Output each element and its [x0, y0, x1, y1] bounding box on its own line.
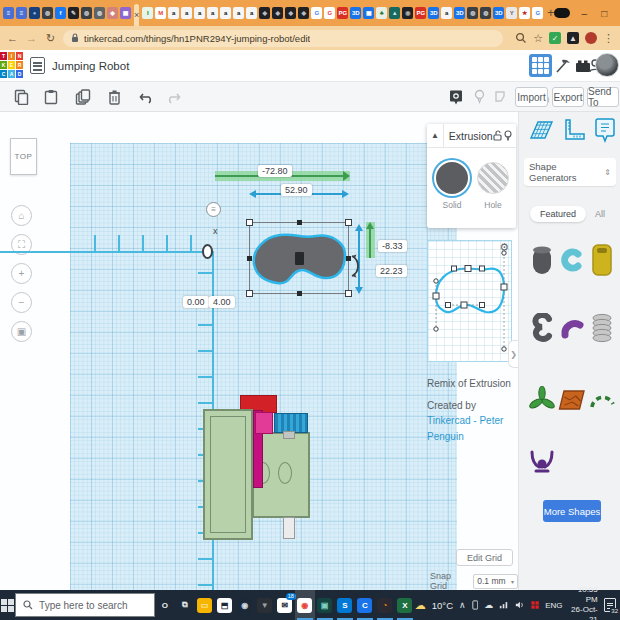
- browser-tab[interactable]: ◉: [402, 7, 413, 19]
- remix-author-link[interactable]: Tinkercad - Peter Penguin: [427, 415, 503, 442]
- browser-tab[interactable]: 3D: [350, 7, 361, 19]
- edit-grid-button[interactable]: Edit Grid: [456, 549, 513, 566]
- browser-tab[interactable]: PG: [337, 7, 348, 19]
- browser-tab[interactable]: ▦: [363, 7, 374, 19]
- dimension-value-h-green[interactable]: -72.80: [258, 165, 292, 177]
- browser-tab[interactable]: a: [233, 7, 244, 19]
- extension-dark-icon[interactable]: ▲: [567, 32, 579, 44]
- selected-shape-bounds[interactable]: [249, 222, 349, 294]
- speaker-icon[interactable]: [515, 600, 525, 610]
- curve-editor-graph[interactable]: [428, 241, 511, 361]
- shape-spring-stack[interactable]: [587, 308, 617, 348]
- phone-icon[interactable]: [472, 599, 479, 611]
- dimension-value-v-green[interactable]: -8.33: [378, 240, 407, 252]
- redo-icon[interactable]: [164, 88, 182, 106]
- tab-close-icon[interactable]: ×: [134, 10, 139, 20]
- browser-tab[interactable]: a: [220, 7, 231, 19]
- browser-tab[interactable]: G: [324, 7, 335, 19]
- robot-knob-pink[interactable]: [255, 412, 273, 434]
- clock[interactable]: 10:55 PM 26-Oct-21: [569, 585, 598, 620]
- browser-tab[interactable]: ▲: [389, 7, 400, 19]
- browser-tab[interactable]: G: [532, 7, 543, 19]
- taskbar-app-icon[interactable]: ▭: [195, 590, 215, 620]
- scale-handle-corner[interactable]: [246, 290, 253, 297]
- network-icon[interactable]: [499, 600, 509, 610]
- shape-voronoi-figure[interactable]: [527, 442, 557, 482]
- bookmark-star-icon[interactable]: ☆: [533, 32, 543, 45]
- view-cube[interactable]: TOP: [10, 138, 37, 175]
- workplane-tool-icon[interactable]: [526, 115, 556, 145]
- design-canvas[interactable]: TOP ⌂ ⛶ + − ▣ ≡ x 0.00 4.00 -72.80 52.90…: [0, 112, 518, 590]
- shape-c-tube[interactable]: [557, 240, 587, 280]
- start-button[interactable]: [0, 590, 15, 620]
- media-control-icon[interactable]: [554, 8, 570, 18]
- shape-extrusion-cylinder[interactable]: [527, 240, 557, 280]
- hide-bulb-icon[interactable]: [504, 130, 516, 142]
- browser-tab[interactable]: ≡: [16, 7, 27, 19]
- taskbar-app-icon[interactable]: ◉: [235, 590, 255, 620]
- show-all-bulb-icon[interactable]: [470, 88, 488, 106]
- browser-tab[interactable]: Y: [506, 7, 517, 19]
- scale-handle-edge[interactable]: [247, 256, 252, 261]
- shape-curved-tube[interactable]: [557, 308, 587, 348]
- browser-tab[interactable]: ●: [29, 7, 40, 19]
- notes-pin-icon[interactable]: [447, 88, 465, 106]
- hidden-icons-chevron[interactable]: ∧: [459, 600, 466, 610]
- browser-tab[interactable]: ◍: [467, 7, 478, 19]
- taskbar-app-icon[interactable]: ◉: [295, 590, 315, 620]
- temperature[interactable]: 10°C: [432, 600, 453, 611]
- reload-icon[interactable]: ↻: [44, 32, 57, 45]
- browser-tab[interactable]: 3D: [493, 7, 504, 19]
- copy-icon[interactable]: [12, 88, 30, 106]
- browser-tab[interactable]: ◆: [107, 7, 118, 19]
- shape-category-dropdown[interactable]: Shape Generators ⇕: [524, 158, 616, 186]
- curve-settings-gear-icon[interactable]: ⚙: [499, 241, 509, 254]
- curve-editor-panel[interactable]: ⚙: [427, 240, 512, 362]
- perspective-toggle-button[interactable]: ▣: [11, 321, 32, 342]
- taskbar-app-icon[interactable]: ⬒: [215, 590, 235, 620]
- browser-tab[interactable]: ★: [519, 7, 530, 19]
- browser-tab[interactable]: a: [194, 7, 205, 19]
- dimension-value-v-blue[interactable]: 22.23: [376, 265, 407, 277]
- new-tab-button[interactable]: +: [547, 5, 554, 21]
- snap-grid-dropdown[interactable]: 0.1 mm▾: [473, 574, 518, 589]
- browser-tab[interactable]: PG: [415, 7, 426, 19]
- hole-swatch[interactable]: [477, 162, 509, 194]
- taskbar-app-icon[interactable]: ▼: [255, 590, 275, 620]
- language-indicator[interactable]: ENG: [545, 601, 562, 610]
- robot-connector[interactable]: [283, 431, 295, 439]
- teamviewer-icon[interactable]: [531, 600, 539, 610]
- sidebar-collapse-handle[interactable]: ❯: [508, 340, 518, 368]
- robot-peg-white[interactable]: [283, 517, 295, 539]
- duplicate-icon[interactable]: [74, 88, 92, 106]
- tab-featured[interactable]: Featured: [530, 206, 586, 222]
- undo-icon[interactable]: [138, 88, 156, 106]
- taskbar-app-icon[interactable]: S: [335, 590, 355, 620]
- blocks-pickaxe-icon[interactable]: [552, 54, 574, 77]
- home-view-button[interactable]: ⌂: [11, 205, 32, 226]
- browser-tab[interactable]: a: [181, 7, 192, 19]
- solid-swatch[interactable]: [436, 162, 468, 194]
- browser-tab[interactable]: ≡: [3, 7, 14, 19]
- scale-handle-edge[interactable]: [297, 220, 302, 225]
- extension-green-icon[interactable]: ✓: [549, 32, 561, 44]
- taskbar-app-icon[interactable]: X: [395, 590, 415, 620]
- zoom-icon[interactable]: [515, 32, 527, 44]
- robot-gear-blue[interactable]: [274, 413, 308, 433]
- tinkercad-logo[interactable]: TINKERCAD: [0, 52, 24, 80]
- shape-dashed-arc[interactable]: [587, 380, 617, 420]
- panel-collapse-icon[interactable]: ▲: [427, 124, 444, 147]
- lock-open-icon[interactable]: [493, 130, 505, 141]
- action-center-icon[interactable]: 32: [604, 598, 616, 612]
- browser-tab[interactable]: 3D: [454, 7, 465, 19]
- taskbar-app-icon[interactable]: ⧉: [175, 590, 195, 620]
- ruler-origin-handle[interactable]: [202, 244, 213, 259]
- browser-tab[interactable]: ♣: [376, 7, 387, 19]
- browser-tab[interactable]: f: [55, 7, 66, 19]
- browser-tab[interactable]: ◆: [259, 7, 270, 19]
- browser-tab[interactable]: ◆: [272, 7, 283, 19]
- browser-tab[interactable]: a: [207, 7, 218, 19]
- dashboard-grid-button[interactable]: [529, 54, 552, 77]
- browser-tab[interactable]: ✎: [68, 7, 79, 19]
- browser-tab[interactable]: ◍: [94, 7, 105, 19]
